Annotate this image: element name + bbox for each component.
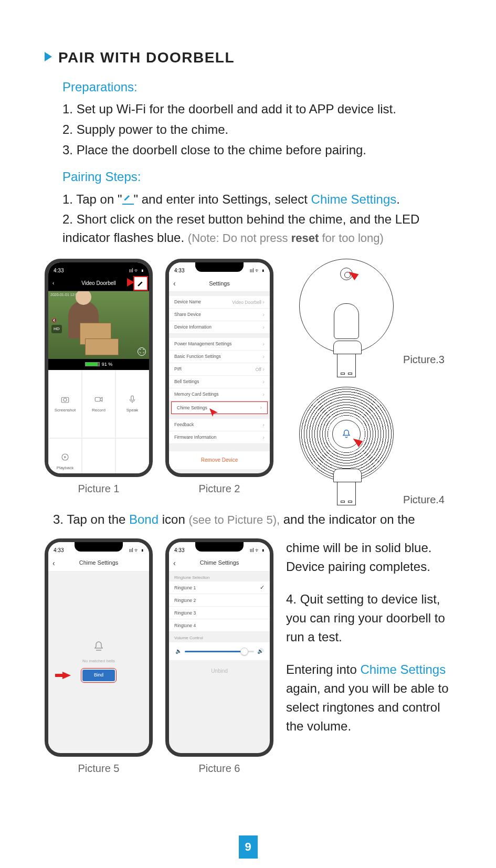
page-number: 9	[239, 835, 258, 859]
status-icons: ııl ᯤ ▮	[250, 267, 265, 275]
usb-plug-diagram	[337, 480, 356, 505]
battery-row: 91 %	[48, 359, 149, 370]
device-info-row[interactable]: Device Information›	[169, 321, 270, 334]
row-label: Ringtone 3	[174, 610, 196, 616]
feedback-row[interactable]: Feedback›	[169, 419, 270, 431]
memory-card-row[interactable]: Memory Card Settings›	[169, 388, 270, 401]
row-label: Feedback	[174, 421, 194, 428]
chime-settings-row[interactable]: Chime Settings›	[171, 401, 268, 414]
row-label: Device Information	[174, 324, 212, 330]
edit-button[interactable]	[134, 277, 147, 290]
chevron-right-icon: ›	[262, 421, 265, 429]
remove-device-button[interactable]: Remove Device	[169, 451, 270, 470]
section-gap	[169, 415, 270, 419]
device-name-row[interactable]: Device NameVideo Doorbell ›	[169, 296, 270, 309]
hd-badge[interactable]: HD	[51, 325, 62, 333]
ringtone-2-row[interactable]: Ringtone 2	[169, 594, 270, 607]
red-arrow-icon	[127, 278, 134, 287]
chime-diagrams: Picture.3 Picture.4	[286, 259, 407, 505]
row-label: PIR	[174, 366, 182, 372]
step3-text: and the indicator on the	[280, 512, 415, 526]
header-title: Chime Settings	[200, 559, 239, 567]
video-doorbell-header: ‹ Video Doorbell	[48, 276, 149, 291]
step3-see-note: (see to Picture 5),	[188, 513, 280, 526]
speaker-high-icon: 🔊	[257, 648, 263, 655]
screenshot-button[interactable]: Screenshot	[48, 370, 82, 438]
row-label: Memory Card Settings	[174, 391, 219, 397]
slider-thumb[interactable]	[240, 648, 248, 655]
speak-button[interactable]: Speak	[115, 370, 149, 438]
heading-text: PAIR WITH DOORBELL	[58, 49, 235, 66]
record-button[interactable]: Record	[82, 370, 115, 438]
step1-text: 1. Tap on "	[62, 192, 122, 206]
ringtone-4-row[interactable]: Ringtone 4	[169, 619, 270, 632]
basic-func-row[interactable]: Basic Function Settings›	[169, 351, 270, 363]
power-mgmt-row[interactable]: Power Management Settings›	[169, 338, 270, 351]
phone-notch	[75, 262, 123, 272]
row-label: Firmware Information	[174, 434, 216, 440]
phone-notch	[75, 542, 123, 552]
edit-pencil-icon	[122, 195, 134, 205]
pictures-row-1: 4:33 ııl ᯤ ▮ ‹ Video Doorbell 2020-01-01…	[45, 259, 451, 505]
video-icon	[94, 395, 103, 404]
ringtone-3-row[interactable]: Ringtone 3	[169, 607, 270, 619]
row-label: Device Name	[174, 299, 201, 305]
chevron-right-icon: ›	[262, 378, 265, 386]
playback-button[interactable]: Playback	[48, 438, 82, 477]
chevron-right-icon: ›	[262, 340, 265, 348]
ringtone-1-row[interactable]: Ringtone 1✓	[169, 581, 270, 594]
share-device-row[interactable]: Share Device›	[169, 309, 270, 321]
playback-label: Playback	[57, 465, 73, 471]
step3-text: 3. Tap on the	[53, 512, 129, 526]
text: Entering into	[286, 662, 360, 676]
back-icon[interactable]: ‹	[173, 278, 176, 289]
step-4: 4. Quit setting to device list, you can …	[286, 590, 451, 647]
unbind-button[interactable]: Unbind	[169, 660, 270, 683]
row-label: Bell Settings	[174, 378, 199, 385]
volume-slider-row: 🔈 🔊	[169, 642, 270, 661]
volume-slider[interactable]	[185, 651, 254, 652]
picture-6-caption: Picture 6	[165, 761, 273, 776]
row-value: Video Doorbell	[232, 300, 261, 305]
mute-icon[interactable]: 🔇	[51, 317, 57, 324]
back-icon[interactable]: ‹	[173, 558, 176, 568]
battery-icon	[85, 362, 100, 366]
phone-picture-1: 4:33 ııl ᯤ ▮ ‹ Video Doorbell 2020-01-01…	[45, 259, 153, 477]
fullscreen-icon[interactable]: ⛶	[138, 347, 146, 356]
picture-6-wrap: 4:33 ııl ᯤ ▮ ‹ Chime Settings Ringtone S…	[165, 538, 273, 776]
settings-title: Settings	[209, 280, 230, 288]
picture-5-wrap: 4:33 ııl ᯤ ▮ ‹ Chime Settings No matched…	[45, 538, 153, 776]
row-label: Chime Settings	[177, 405, 207, 411]
firmware-row[interactable]: Firmware Information›	[169, 431, 270, 444]
pir-row[interactable]: PIROff ›	[169, 363, 270, 376]
row-label: Share Device	[174, 311, 201, 317]
step1-text2: " and enter into Settings, select	[134, 192, 311, 206]
chevron-right-icon: ›	[262, 433, 265, 442]
no-matched-bells-text: No matched bells	[82, 658, 115, 664]
picture-1-caption: Picture 1	[45, 481, 153, 496]
side-text-column: chime will be in solid blue. Device pair…	[286, 538, 451, 749]
bell-settings-row[interactable]: Bell Settings›	[169, 376, 270, 388]
phone-notch	[195, 542, 244, 552]
bind-button[interactable]: Bind	[82, 670, 115, 681]
empty-cell	[115, 438, 149, 477]
pictures-row-2: 4:33 ııl ᯤ ▮ ‹ Chime Settings No matched…	[45, 538, 451, 776]
action-grid: Screenshot Record Speak	[48, 370, 149, 438]
chevron-right-icon: ›	[262, 311, 265, 319]
chevron-right-icon: ›	[262, 323, 265, 332]
chime-settings-again: Entering into Chime Settings again, and …	[286, 660, 451, 736]
step-2: 2. Short click on the reset button behin…	[62, 210, 451, 247]
prep-item: 3. Place the doorbell close to the chime…	[62, 141, 451, 160]
row-label: Ringtone 2	[174, 597, 196, 604]
ringtone-section-label: Ringtone Selection	[169, 571, 270, 582]
row-label: Ringtone 1	[174, 585, 196, 591]
row-value: Off	[256, 367, 261, 372]
playback-icon	[60, 452, 70, 462]
video-preview[interactable]: 2020-01-01 12:00:00 🔇 HD ⛶	[48, 291, 149, 359]
usb-pin	[348, 501, 352, 503]
status-time: 4:33	[54, 267, 64, 275]
step-1: 1. Tap on "" and enter into Settings, se…	[62, 190, 451, 209]
step3-continuation: chime will be in solid blue. Device pair…	[286, 538, 451, 576]
microphone-icon	[128, 395, 137, 404]
back-icon[interactable]: ‹	[52, 558, 55, 568]
